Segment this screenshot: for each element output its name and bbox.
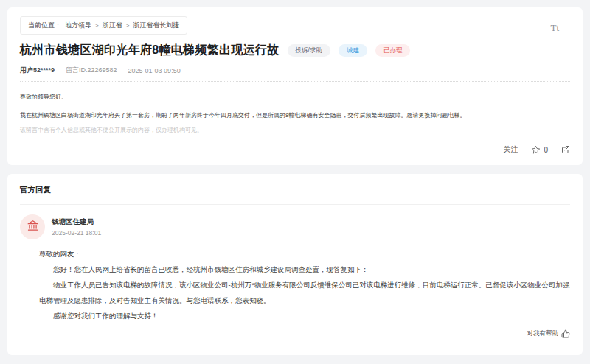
reply-paragraph: 尊敬的网友：: [39, 246, 570, 262]
official-reply-card: 官方回复 钱塘区住建局 2025-02-21 18:01 尊敬的网友： 您好！您…: [7, 174, 583, 355]
agency-avatar: [20, 214, 45, 239]
message-card: 当前位置： 地方领导 > 浙江省 > 浙江省省长刘捷 Tt 杭州市钱塘区湖印光年…: [7, 7, 583, 165]
breadcrumb-item-local-leaders[interactable]: 地方领导: [65, 21, 91, 30]
share-button[interactable]: [561, 145, 570, 154]
share-icon: [561, 145, 570, 154]
message-meta: 用户52****9 留言ID:22269582 2025-01-03 09:50: [20, 66, 570, 75]
tag-complaint: 投诉/求助: [288, 44, 330, 57]
helpful-button[interactable]: 对我有帮助: [527, 329, 571, 338]
reply-divider: [20, 204, 570, 205]
government-building-icon: [27, 220, 39, 235]
helpful-label: 对我有帮助: [527, 329, 559, 338]
message-paragraph: 尊敬的领导您好。: [20, 88, 570, 106]
breadcrumb: 当前位置： 地方领导 > 浙江省 > 浙江省省长刘捷: [20, 16, 187, 35]
tag-status-handled: 已办理: [375, 44, 411, 57]
reply-paragraph: 您好！您在人民网上给省长的留言已收悉，经杭州市钱塘区住房和城乡建设局调查处置，现…: [39, 262, 570, 277]
reply-body: 尊敬的网友： 您好！您在人民网上给省长的留言已收悉，经杭州市钱塘区住房和城乡建设…: [39, 246, 570, 323]
agency-name: 钱塘区住建局: [52, 217, 101, 227]
message-paragraph: 我在杭州钱塘区白杨街道湖印光年府买了第一套房，期盼了两年新房终于今年四月底交付，…: [20, 106, 570, 125]
helpful-row: 对我有帮助: [20, 329, 570, 338]
reply-paragraph: 感谢您对我们工作的理解与支持！: [39, 308, 570, 323]
font-size-toggle[interactable]: Tt: [550, 22, 559, 34]
tag-category: 城建: [339, 44, 367, 57]
message-actions: 关注 0: [20, 144, 570, 155]
breadcrumb-separator: >: [126, 22, 130, 29]
meta-message-id: 留言ID:22269582: [66, 66, 117, 75]
breadcrumb-prefix: 当前位置：: [28, 21, 61, 30]
reply-section-title: 官方回复: [20, 185, 570, 195]
message-title: 杭州市钱塘区湖印光年府8幢电梯频繁出现运行故: [20, 43, 280, 58]
reply-paragraph: 物业工作人员已告知该电梯的故障情况，该小区物业公司-杭州万*物业服务有限公司反馈…: [39, 277, 570, 308]
breadcrumb-item-governor[interactable]: 浙江省省长刘捷: [133, 21, 179, 30]
breadcrumb-separator: >: [95, 22, 99, 29]
star-icon: [531, 145, 541, 155]
meta-username: 用户52****9: [20, 66, 55, 75]
star-count: 0: [544, 146, 548, 154]
privacy-note: 该留言中含有个人信息或其他不便公开展示的内容，仅办理机构可见。: [20, 125, 570, 136]
dotted-divider: [20, 81, 570, 82]
star-action[interactable]: 0: [531, 145, 548, 155]
agency-info: 钱塘区住建局 2025-02-21 18:01: [52, 214, 101, 239]
title-row: 杭州市钱塘区湖印光年府8幢电梯频繁出现运行故 投诉/求助 城建 已办理: [20, 43, 570, 58]
reply-date: 2025-02-21 18:01: [52, 229, 101, 237]
meta-date: 2025-01-03 09:50: [128, 67, 181, 74]
agency-row: 钱塘区住建局 2025-02-21 18:01: [20, 214, 570, 239]
breadcrumb-item-zhejiang[interactable]: 浙江省: [103, 21, 122, 30]
follow-button[interactable]: 关注: [503, 144, 518, 155]
message-body: 尊敬的领导您好。 我在杭州钱塘区白杨街道湖印光年府买了第一套房，期盼了两年新房终…: [20, 88, 570, 125]
thumbs-up-icon: [561, 329, 570, 338]
